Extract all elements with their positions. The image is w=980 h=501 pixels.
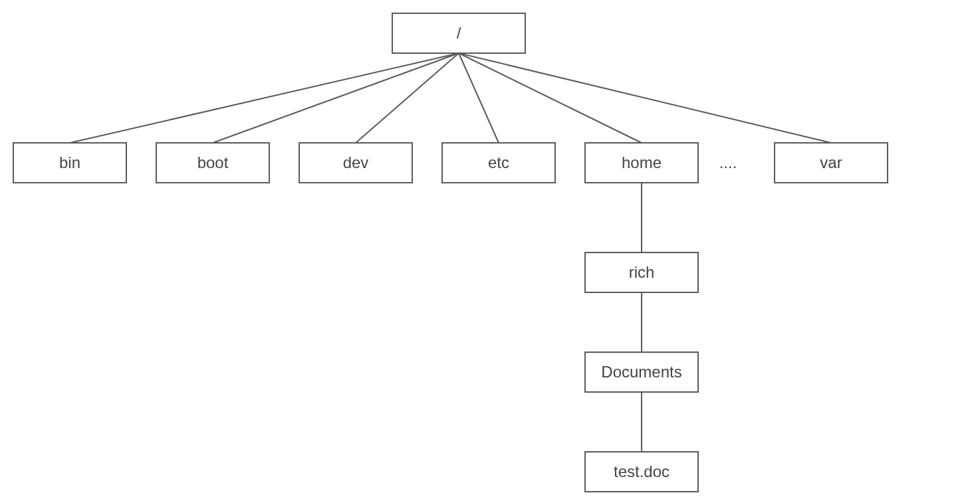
node-boot: boot	[156, 143, 269, 183]
node-rich-label: rich	[629, 263, 655, 281]
node-testdoc-label: test.doc	[614, 462, 670, 480]
node-dev: dev	[299, 143, 412, 183]
node-testdoc: test.doc	[585, 452, 698, 492]
node-home: home	[585, 143, 698, 183]
edge-root-bin	[70, 53, 459, 143]
node-rich: rich	[585, 252, 698, 292]
node-bin: bin	[13, 143, 126, 183]
node-root-label: /	[457, 24, 461, 42]
node-home-label: home	[622, 153, 662, 171]
node-bin-label: bin	[59, 153, 80, 171]
node-documents: Documents	[585, 352, 698, 392]
node-etc-label: etc	[488, 153, 509, 171]
edge-root-dev	[356, 53, 459, 143]
node-var-label: var	[820, 153, 842, 171]
node-boot-label: boot	[197, 153, 229, 171]
node-etc: etc	[442, 143, 555, 183]
edge-root-home	[459, 53, 642, 143]
edge-root-etc	[459, 53, 499, 143]
ellipsis: ....	[719, 153, 737, 171]
node-documents-label: Documents	[601, 363, 681, 381]
node-root: /	[392, 13, 525, 53]
node-dev-label: dev	[343, 153, 369, 171]
node-var: var	[775, 143, 888, 183]
edge-root-boot	[213, 53, 459, 143]
edge-root-var	[459, 53, 831, 143]
